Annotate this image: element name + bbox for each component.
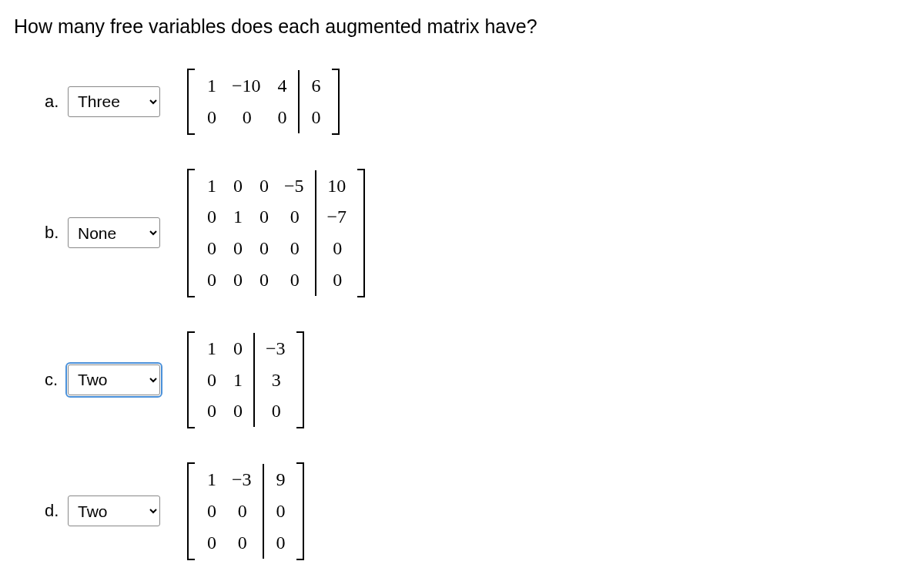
- coeff-columns: 100010: [198, 333, 250, 427]
- matrix-entry: 0: [232, 333, 243, 364]
- matrix-entry: 0: [289, 233, 300, 264]
- part-label: d.: [45, 501, 68, 521]
- matrix-entry: 1: [232, 201, 243, 233]
- matrix-column: −100: [224, 70, 269, 133]
- answer-select[interactable]: NoneOneTwoThree: [68, 364, 160, 395]
- matrix-column: −5000: [276, 170, 312, 296]
- matrix-column: 100: [198, 464, 224, 558]
- matrix-entry: 10: [327, 170, 346, 202]
- augment-columns: 60: [303, 70, 329, 133]
- part-label: a.: [45, 92, 68, 112]
- matrix-entry: 0: [206, 527, 216, 559]
- matrix-body: 100−300900: [195, 462, 296, 559]
- matrix-column: 0100: [224, 170, 250, 296]
- matrix-entry: 0: [331, 264, 342, 296]
- matrix-entry: −3: [232, 464, 252, 495]
- matrix-column: 60: [303, 70, 329, 133]
- matrix-column: 0000: [250, 170, 276, 296]
- matrix-entry: 0: [258, 201, 269, 233]
- matrix-entry: 6: [310, 70, 321, 102]
- matrix-entry: 0: [241, 102, 252, 133]
- matrix-column: 900: [267, 464, 293, 558]
- matrix-column: 010: [224, 333, 250, 427]
- matrix-entry: 1: [206, 464, 216, 495]
- coeff-columns: 100001000000−5000: [198, 170, 312, 296]
- matrix-entry: 0: [258, 264, 269, 296]
- matrix-entry: 0: [258, 233, 269, 264]
- matrix-column: 10: [198, 70, 224, 133]
- bracket-left: [187, 462, 195, 559]
- matrix-entry: 0: [206, 102, 216, 133]
- bracket-left: [187, 69, 195, 135]
- matrix-body: 100010−330: [195, 331, 296, 428]
- augmented-matrix: 100010−330: [187, 331, 304, 428]
- matrix-entry: 0: [232, 170, 243, 202]
- matrix-entry: 0: [289, 264, 300, 296]
- matrix-column: 1000: [198, 170, 224, 296]
- part-row: a.NoneOneTwoThree10−1004060: [45, 69, 910, 135]
- matrix-entry: 0: [289, 201, 300, 233]
- bracket-right: [332, 69, 340, 135]
- coeff-columns: 10−10040: [198, 70, 295, 133]
- part-row: d.NoneOneTwoThree100−300900: [45, 462, 910, 559]
- matrix-entry: 0: [206, 264, 216, 296]
- augment-bar: [253, 333, 255, 427]
- matrix-entry: 0: [275, 527, 286, 559]
- matrix-entry: 1: [232, 364, 243, 396]
- matrix-column: −330: [258, 333, 293, 427]
- matrix-entry: 0: [206, 495, 216, 527]
- matrix-column: 40: [269, 70, 295, 133]
- matrix-entry: 0: [206, 364, 216, 396]
- matrix-entry: 0: [232, 264, 243, 296]
- augment-bar: [315, 170, 316, 296]
- matrix-entry: 0: [275, 495, 286, 527]
- question-text: How many free variables does each augmen…: [14, 15, 910, 38]
- part-row: c.NoneOneTwoThree100010−330: [45, 331, 910, 428]
- augmented-matrix: 100001000000−500010−700: [187, 169, 365, 297]
- augment-columns: 10−700: [320, 170, 355, 296]
- matrix-entry: 0: [331, 233, 342, 264]
- matrix-entry: 0: [232, 395, 243, 427]
- matrix-entry: −5: [284, 170, 304, 202]
- matrix-entry: −7: [327, 201, 347, 233]
- augmented-matrix: 10−1004060: [187, 69, 340, 135]
- augmented-matrix: 100−300900: [187, 462, 304, 559]
- matrix-column: −300: [224, 464, 259, 558]
- bracket-right: [296, 331, 304, 428]
- matrix-entry: −10: [232, 70, 261, 102]
- matrix-entry: 1: [206, 333, 216, 364]
- answer-select[interactable]: NoneOneTwoThree: [68, 495, 160, 526]
- matrix-entry: 0: [232, 233, 243, 264]
- part-row: b.NoneOneTwoThree100001000000−500010−700: [45, 169, 910, 297]
- matrix-entry: 0: [258, 170, 269, 202]
- matrix-body: 10−1004060: [195, 69, 332, 135]
- bracket-left: [187, 169, 195, 297]
- matrix-entry: 0: [276, 102, 287, 133]
- matrix-entry: 0: [236, 495, 247, 527]
- augment-bar: [263, 464, 264, 558]
- matrix-entry: 0: [206, 201, 216, 233]
- answer-select[interactable]: NoneOneTwoThree: [68, 86, 160, 117]
- bracket-left: [187, 331, 195, 428]
- matrix-entry: −3: [266, 333, 286, 364]
- matrix-column: 100: [198, 333, 224, 427]
- matrix-entry: 4: [276, 70, 287, 102]
- parts-container: a.NoneOneTwoThree10−1004060b.NoneOneTwoT…: [14, 69, 910, 560]
- augment-columns: −330: [258, 333, 293, 427]
- part-label: c.: [45, 370, 68, 390]
- matrix-entry: 0: [236, 527, 247, 559]
- bracket-right: [296, 462, 304, 559]
- matrix-entry: 0: [206, 233, 216, 264]
- augment-bar: [298, 70, 300, 133]
- matrix-column: 10−700: [320, 170, 355, 296]
- answer-select[interactable]: NoneOneTwoThree: [68, 217, 160, 248]
- matrix-entry: 9: [275, 464, 286, 495]
- augment-columns: 900: [267, 464, 293, 558]
- matrix-body: 100001000000−500010−700: [195, 169, 357, 297]
- matrix-entry: 0: [270, 395, 281, 427]
- matrix-entry: 1: [206, 170, 216, 202]
- bracket-right: [357, 169, 365, 297]
- matrix-entry: 1: [206, 70, 216, 102]
- part-label: b.: [45, 223, 68, 243]
- coeff-columns: 100−300: [198, 464, 259, 558]
